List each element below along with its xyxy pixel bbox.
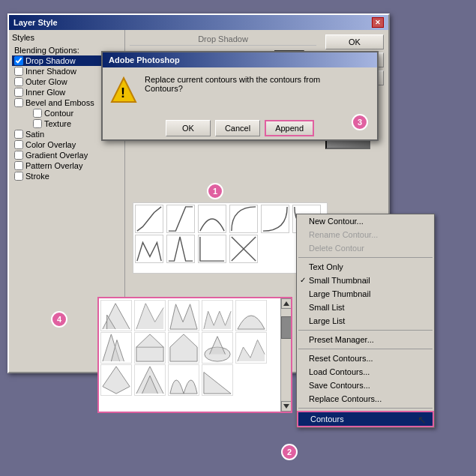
stroke-checkbox[interactable] bbox=[14, 172, 23, 181]
lg-contour-1[interactable] bbox=[100, 300, 132, 331]
bevel-emboss-label: Bevel and Emboss bbox=[25, 98, 94, 107]
lg-contour-4[interactable] bbox=[202, 300, 233, 331]
drop-shadow-checkbox[interactable] bbox=[14, 56, 23, 65]
lg-contour-9[interactable] bbox=[202, 332, 233, 364]
contour-thumb-7[interactable] bbox=[135, 235, 163, 263]
context-sep-1 bbox=[298, 257, 433, 258]
contour-thumb-1[interactable] bbox=[135, 205, 163, 233]
context-menu: New Contour... Rename Contour... Delete … bbox=[296, 214, 435, 428]
color-overlay-checkbox[interactable] bbox=[14, 140, 23, 149]
context-new-contour[interactable]: New Contour... bbox=[297, 214, 434, 228]
context-replace-contours[interactable]: Replace Contours... bbox=[297, 392, 434, 406]
pattern-overlay-label: Pattern Overlay bbox=[25, 161, 82, 170]
badge-3: 3 bbox=[352, 114, 368, 130]
context-sep-4 bbox=[298, 408, 433, 409]
inner-glow-checkbox[interactable] bbox=[14, 88, 23, 97]
context-small-thumbnail[interactable]: Small Thumbnail bbox=[297, 274, 434, 287]
scroll-down-btn[interactable] bbox=[281, 401, 292, 412]
gradient-overlay-checkbox[interactable] bbox=[14, 151, 23, 160]
scroll-track bbox=[281, 309, 292, 401]
lg-contour-5[interactable] bbox=[235, 300, 267, 331]
pattern-overlay-checkbox[interactable] bbox=[14, 161, 23, 170]
context-small-list[interactable]: Small List bbox=[297, 301, 434, 314]
context-sep-3 bbox=[298, 349, 433, 349]
drop-shadow-section-label: Drop Shadow bbox=[198, 34, 248, 43]
stroke-item[interactable]: Stroke bbox=[12, 171, 121, 181]
context-sep-2 bbox=[298, 330, 433, 331]
gradient-overlay-label: Gradient Overlay bbox=[25, 151, 88, 160]
lg-contour-12[interactable] bbox=[134, 364, 166, 396]
inner-shadow-label: Inner Shadow bbox=[25, 67, 76, 76]
lg-contour-13[interactable] bbox=[168, 364, 199, 396]
ps-dialog-append-btn[interactable]: Append bbox=[265, 120, 314, 136]
contour-thumb-3[interactable] bbox=[198, 205, 226, 233]
lg-contour-2[interactable] bbox=[134, 300, 166, 331]
context-rename-contour: Rename Contour... bbox=[297, 228, 434, 241]
cursor-indicator: ↖ bbox=[418, 414, 427, 426]
context-reset-contours[interactable]: Reset Contours... bbox=[297, 352, 434, 365]
large-contour-panel-inner bbox=[99, 298, 291, 412]
lg-contour-14[interactable] bbox=[202, 364, 233, 396]
ps-dialog-title: Adobe Photoshop bbox=[103, 52, 377, 67]
stroke-label: Stroke bbox=[25, 172, 49, 181]
contour-thumb-9[interactable] bbox=[198, 235, 226, 263]
ps-dialog-cancel-btn[interactable]: Cancel bbox=[215, 120, 260, 136]
satin-checkbox[interactable] bbox=[14, 130, 23, 139]
ps-dialog-line2: Contours? bbox=[145, 84, 320, 93]
lg-contour-3[interactable] bbox=[168, 300, 199, 331]
ok-button[interactable]: OK bbox=[325, 34, 384, 49]
outer-glow-label: Outer Glow bbox=[25, 77, 67, 86]
outer-glow-checkbox[interactable] bbox=[14, 77, 23, 86]
svg-marker-28 bbox=[283, 301, 289, 306]
styles-header: Styles bbox=[12, 33, 121, 42]
contour-thumb-8[interactable] bbox=[166, 235, 195, 263]
inner-glow-label: Inner Glow bbox=[25, 88, 65, 97]
svg-text:!: ! bbox=[121, 85, 125, 100]
satin-label: Satin bbox=[25, 130, 44, 139]
ps-dialog: Adobe Photoshop ! Replace current contou… bbox=[101, 51, 379, 141]
contour-panel-scrollbar[interactable] bbox=[280, 298, 291, 412]
context-text-only[interactable]: Text Only bbox=[297, 260, 434, 274]
ps-dialog-buttons: OK Cancel Append bbox=[103, 115, 377, 144]
svg-marker-29 bbox=[283, 404, 289, 409]
ps-dialog-message: Replace current contours with the contou… bbox=[145, 75, 320, 93]
contour-grid-area bbox=[99, 298, 280, 412]
warning-icon: ! bbox=[110, 76, 137, 103]
gradient-overlay-item[interactable]: Gradient Overlay bbox=[12, 150, 121, 160]
context-contours[interactable]: Contours bbox=[297, 411, 434, 427]
context-load-contours[interactable]: Load Contours... bbox=[297, 365, 434, 379]
pattern-overlay-item[interactable]: Pattern Overlay bbox=[12, 160, 121, 171]
lg-contour-7[interactable] bbox=[134, 332, 166, 364]
bevel-emboss-checkbox[interactable] bbox=[14, 98, 23, 107]
window-title: Layer Style bbox=[13, 18, 58, 27]
context-preset-manager[interactable]: Preset Manager... bbox=[297, 333, 434, 346]
contour-thumb-2[interactable] bbox=[166, 205, 195, 233]
context-large-list[interactable]: Large List bbox=[297, 314, 434, 328]
window-titlebar: Layer Style ✕ bbox=[9, 15, 388, 30]
context-delete-contour: Delete Contour bbox=[297, 241, 434, 255]
warning-icon-wrapper: ! bbox=[110, 76, 137, 108]
scroll-thumb[interactable] bbox=[281, 316, 292, 339]
inner-shadow-checkbox[interactable] bbox=[14, 67, 23, 76]
contour-thumb-4[interactable] bbox=[229, 205, 258, 233]
window-close-button[interactable]: ✕ bbox=[372, 17, 384, 28]
texture-sub-checkbox[interactable] bbox=[33, 119, 42, 128]
contour-thumb-10[interactable] bbox=[229, 235, 258, 263]
lg-contour-8[interactable] bbox=[168, 332, 199, 364]
context-large-thumbnail[interactable]: Large Thumbnail bbox=[297, 287, 434, 301]
ps-dialog-title-text: Adobe Photoshop bbox=[109, 55, 180, 64]
badge-4: 4 bbox=[51, 311, 67, 328]
lg-contour-6[interactable] bbox=[100, 332, 132, 364]
texture-sub-label: Texture bbox=[44, 119, 71, 128]
contour-thumb-5[interactable] bbox=[261, 205, 289, 233]
svg-rect-19 bbox=[136, 347, 163, 361]
contour-sub-checkbox[interactable] bbox=[33, 109, 42, 118]
ps-dialog-ok-btn[interactable]: OK bbox=[166, 120, 211, 136]
lg-contour-10[interactable] bbox=[235, 332, 267, 364]
contour-large-grid bbox=[99, 298, 280, 397]
scroll-up-btn[interactable] bbox=[281, 298, 292, 309]
lg-contour-11[interactable] bbox=[100, 364, 132, 396]
large-contour-panel bbox=[97, 297, 292, 413]
context-save-contours[interactable]: Save Contours... bbox=[297, 379, 434, 392]
badge-1: 1 bbox=[207, 183, 223, 199]
